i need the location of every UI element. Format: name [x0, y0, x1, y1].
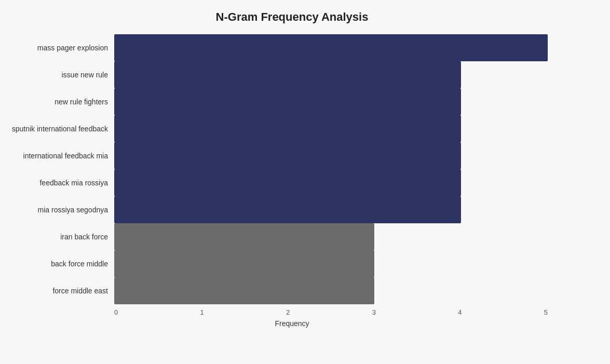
bar-row: international feedback mia: [114, 142, 548, 169]
bar-row: mia rossiya segodnya: [114, 196, 548, 223]
chart-area: mass pager explosionissue new rulenew ru…: [5, 34, 579, 305]
bar-fill: [114, 277, 374, 304]
bar-row: force middle east: [114, 277, 548, 304]
bar-fill: [114, 223, 374, 250]
bar-label: international feedback mia: [8, 152, 114, 160]
x-tick: 1: [200, 308, 204, 316]
x-axis-label: Frequency: [5, 319, 579, 328]
bar-label: force middle east: [8, 287, 114, 295]
bar-label: new rule fighters: [8, 98, 114, 106]
bar-fill: [114, 142, 461, 169]
x-tick: 5: [544, 308, 548, 316]
bar-label: feedback mia rossiya: [8, 179, 114, 187]
x-tick: 2: [286, 308, 290, 316]
bar-fill: [114, 34, 548, 61]
chart-container: N-Gram Frequency Analysis mass pager exp…: [0, 0, 610, 364]
bar-label: back force middle: [8, 260, 114, 268]
x-tick: 0: [114, 308, 118, 316]
bars-wrapper: mass pager explosionissue new rulenew ru…: [114, 34, 548, 304]
bar-row: feedback mia rossiya: [114, 169, 548, 196]
x-tick: 3: [372, 308, 376, 316]
bar-row: new rule fighters: [114, 88, 548, 115]
x-axis: 012345: [114, 308, 548, 316]
bar-label: issue new rule: [8, 71, 114, 79]
bar-fill: [114, 88, 461, 115]
bar-label: iran back force: [8, 233, 114, 241]
bar-label: mia rossiya segodnya: [8, 206, 114, 214]
bar-fill: [114, 115, 461, 142]
bar-fill: [114, 196, 461, 223]
bar-fill: [114, 169, 461, 196]
chart-title: N-Gram Frequency Analysis: [5, 10, 579, 24]
bar-row: sputnik international feedback: [114, 115, 548, 142]
bar-fill: [114, 250, 374, 277]
bar-row: back force middle: [114, 250, 548, 277]
x-tick: 4: [458, 308, 462, 316]
bar-row: issue new rule: [114, 61, 548, 88]
bar-label: sputnik international feedback: [8, 125, 114, 133]
bar-fill: [114, 61, 461, 88]
bar-row: iran back force: [114, 223, 548, 250]
bar-row: mass pager explosion: [114, 34, 548, 61]
bar-label: mass pager explosion: [8, 44, 114, 52]
